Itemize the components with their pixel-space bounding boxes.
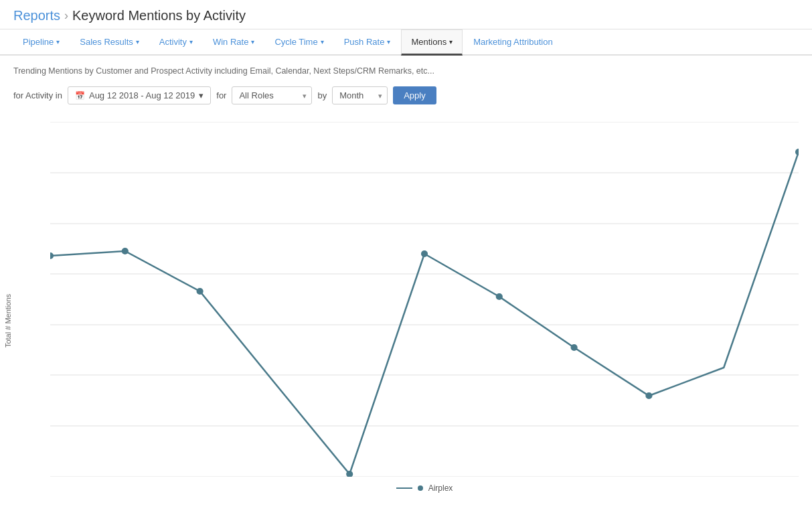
main-content: Trending Mentions by Customer and Prospe… xyxy=(0,56,812,531)
nav-activity[interactable]: Activity ▾ xyxy=(150,30,202,56)
nav-pipeline[interactable]: Pipeline ▾ xyxy=(13,30,69,56)
datapoint-mar2019 xyxy=(571,344,578,351)
roles-select[interactable]: All Roles Sales Rep Manager Executive xyxy=(232,86,312,104)
page-subtitle: Trending Mentions by Customer and Prospe… xyxy=(13,66,799,76)
for-label: for xyxy=(216,90,226,100)
breadcrumb-separator: › xyxy=(64,9,68,23)
period-select-wrapper: Month Week Day Quarter xyxy=(332,86,388,104)
datapoint-feb2019 xyxy=(496,293,503,300)
datapoint-sep2018 xyxy=(122,248,129,254)
nav-win-rate[interactable]: Win Rate ▾ xyxy=(204,30,264,56)
pipeline-caret: ▾ xyxy=(56,38,60,46)
period-select[interactable]: Month Week Day Quarter xyxy=(332,86,388,104)
by-label: by xyxy=(317,90,327,100)
legend-line-airplex xyxy=(396,487,412,489)
datapoint-jan2019 xyxy=(421,250,428,257)
nav-mentions[interactable]: Mentions ▾ xyxy=(401,29,463,56)
chart-area: Total # Mentions 0 10 20 30 40 50 60 xyxy=(13,115,799,526)
filters-bar: for Activity in 📅 Aug 12 2018 - Aug 12 2… xyxy=(13,86,799,104)
chart-svg: 0 10 20 30 40 50 60 70 Aug 2018 Sep 201 xyxy=(50,122,799,477)
nav-cycle-time[interactable]: Cycle Time ▾ xyxy=(265,30,333,56)
y-axis-label: Total # Mentions xyxy=(4,294,12,348)
nav-marketing-attribution[interactable]: Marketing Attribution xyxy=(464,30,562,56)
pushrate-caret: ▾ xyxy=(387,38,390,46)
nav-sales-results[interactable]: Sales Results ▾ xyxy=(70,30,148,56)
legend-label-airplex: Airplex xyxy=(428,483,453,493)
legend-dot-airplex xyxy=(418,485,423,491)
datapoint-aug2018 xyxy=(50,252,54,259)
page-title: Keyword Mentions by Activity xyxy=(72,8,246,23)
nav-push-rate[interactable]: Push Rate ▾ xyxy=(335,30,400,56)
date-caret-icon: ▾ xyxy=(199,90,204,100)
chart-inner: 0 10 20 30 40 50 60 70 Aug 2018 Sep 201 xyxy=(50,122,799,477)
page-header: Reports › Keyword Mentions by Activity xyxy=(0,0,812,29)
chart-legend: Airplex xyxy=(50,483,799,493)
calendar-icon: 📅 xyxy=(75,91,85,100)
for-activity-label: for Activity in xyxy=(13,90,62,100)
date-range-picker[interactable]: 📅 Aug 12 2018 - Aug 12 2019 ▾ xyxy=(68,86,211,104)
roles-select-wrapper: All Roles Sales Rep Manager Executive xyxy=(232,86,312,104)
sales-caret: ▾ xyxy=(136,38,139,46)
winrate-caret: ▾ xyxy=(251,38,254,46)
datapoint-oct2018 xyxy=(197,288,204,295)
cycletime-caret: ▾ xyxy=(321,38,324,46)
datapoint-apr2019 xyxy=(645,392,652,399)
apply-button[interactable]: Apply xyxy=(393,86,436,104)
activity-caret: ▾ xyxy=(189,38,193,46)
reports-link[interactable]: Reports xyxy=(13,8,60,23)
date-range-value: Aug 12 2018 - Aug 12 2019 xyxy=(89,90,195,100)
mentions-caret: ▾ xyxy=(449,38,453,46)
datapoint-jun2019 xyxy=(795,149,799,155)
breadcrumb: Reports › Keyword Mentions by Activity xyxy=(13,8,799,23)
nav-bar: Pipeline ▾ Sales Results ▾ Activity ▾ Wi… xyxy=(0,29,812,56)
